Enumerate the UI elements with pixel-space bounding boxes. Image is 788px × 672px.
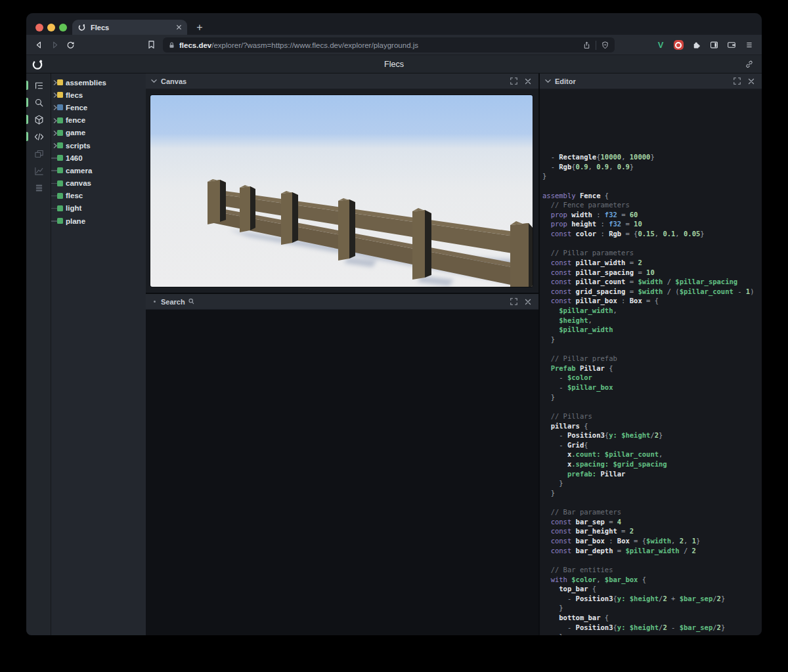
canvas-3d-scene[interactable]: [150, 95, 533, 287]
tree-item-label: light: [66, 202, 81, 215]
window-zoom-button[interactable]: [59, 24, 67, 32]
left-icon-rail: [26, 74, 51, 635]
tree-item-label: plane: [66, 215, 85, 227]
search-panel-body[interactable]: [146, 310, 538, 635]
entity-color-square: [57, 205, 63, 211]
url-domain: flecs.dev: [179, 41, 211, 49]
entity-color-square: [57, 142, 63, 148]
search-icon: [188, 298, 195, 305]
flecs-favicon: [77, 23, 86, 32]
entity-color-square: [57, 180, 63, 186]
menu-icon[interactable]: [742, 38, 756, 52]
tree-item-label: Fence: [66, 101, 87, 114]
canvas-panel-button[interactable]: [26, 111, 51, 128]
search-panel-header: Search: [146, 294, 538, 310]
sidebar-toggle-icon[interactable]: [707, 38, 721, 52]
windows-panel-button[interactable]: [26, 145, 51, 162]
canvas-close-button[interactable]: [523, 76, 533, 87]
tree-item[interactable]: plane: [51, 215, 146, 227]
tab-title: Flecs: [91, 24, 176, 32]
editor-code[interactable]: - Rectangle{10000, 10000} - Rgb{0.9, 0.9…: [542, 152, 762, 635]
bookmark-icon[interactable]: [143, 37, 159, 52]
panel-dot-icon: [154, 301, 156, 303]
rows-stack-button[interactable]: [26, 179, 51, 196]
entity-color-square: [57, 155, 63, 161]
canvas-fullscreen-button[interactable]: [508, 76, 519, 87]
tree-item[interactable]: assemblies: [51, 76, 146, 89]
editor-panel-header: Editor: [540, 74, 762, 89]
chevron-down-icon[interactable]: [151, 79, 157, 83]
search-panel-button[interactable]: [26, 94, 51, 111]
canvas-viewport[interactable]: [146, 89, 538, 293]
tree-item-label: flecs: [66, 89, 83, 101]
browser-tab[interactable]: Flecs: [72, 20, 187, 35]
tree-item[interactable]: camera: [51, 164, 146, 177]
tree-item[interactable]: fence: [51, 114, 146, 127]
tree-item[interactable]: scripts: [51, 139, 146, 152]
editor-fullscreen-button[interactable]: [732, 76, 742, 87]
tree-item-label: canvas: [66, 177, 91, 190]
tree-item-label: assemblies: [66, 76, 106, 89]
tree-item-label: flesc: [66, 190, 83, 202]
entity-color-square: [57, 92, 63, 98]
tree-item[interactable]: light: [51, 202, 146, 215]
browser-window: Flecs + flecs.dev: [26, 13, 762, 635]
page-title: Flecs: [26, 55, 762, 74]
outliner-panel-button[interactable]: [26, 77, 51, 94]
tree-item[interactable]: Fence: [51, 101, 146, 114]
tab-strip: Flecs +: [26, 13, 762, 35]
permalink-icon[interactable]: [745, 60, 754, 69]
entity-color-square: [57, 79, 63, 85]
back-button[interactable]: [31, 37, 47, 52]
tree-item[interactable]: flecs: [51, 89, 146, 101]
center-column: Canvas: [146, 74, 538, 635]
search-panel-title: Search: [161, 298, 185, 306]
extensions-cluster: V: [653, 37, 756, 53]
canvas-panel-header: Canvas: [146, 74, 538, 89]
stats-chart-button[interactable]: [26, 162, 51, 179]
entity-color-square: [57, 167, 63, 173]
tree-item[interactable]: flesc: [51, 190, 146, 202]
wallet-icon[interactable]: [724, 38, 739, 52]
entity-tree: assemblies flecs Fence fence: [51, 74, 146, 635]
editor-close-button[interactable]: [746, 76, 756, 87]
search-fullscreen-button[interactable]: [508, 297, 519, 307]
tree-item-label: scripts: [66, 139, 91, 152]
canvas-panel-title: Canvas: [161, 77, 504, 85]
divider: [596, 41, 596, 50]
lock-icon: [168, 41, 175, 49]
extensions-puzzle-icon[interactable]: [689, 38, 703, 52]
vue-extension-icon[interactable]: V: [653, 38, 668, 52]
window-minimize-button[interactable]: [47, 24, 55, 32]
forward-button[interactable]: [47, 37, 62, 52]
url-path: /explorer/?wasm=https://www.flecs.dev/ex…: [211, 41, 582, 49]
tab-close-icon[interactable]: [176, 24, 182, 30]
entity-color-square: [57, 104, 63, 110]
share-icon[interactable]: [582, 41, 591, 50]
entity-color-square: [57, 193, 63, 199]
tree-item-label: camera: [66, 164, 92, 177]
tree-item[interactable]: canvas: [51, 177, 146, 190]
tree-item[interactable]: 1460: [51, 152, 146, 164]
app-header: Flecs: [26, 55, 762, 74]
window-close-button[interactable]: [35, 24, 43, 32]
new-tab-button[interactable]: +: [192, 20, 208, 35]
adblock-extension-icon[interactable]: [671, 38, 686, 52]
brave-shield-icon[interactable]: [601, 41, 609, 50]
entity-color-square: [57, 117, 63, 123]
search-close-button[interactable]: [523, 297, 533, 307]
entity-color-square: [57, 130, 63, 136]
editor-panel: Editor - Rectangle{10000, 10000} - Rgb{0…: [540, 74, 762, 635]
chevron-down-icon[interactable]: [545, 79, 551, 83]
url-bar[interactable]: flecs.dev /explorer/?wasm=https://www.fl…: [163, 37, 615, 52]
browser-toolbar: flecs.dev /explorer/?wasm=https://www.fl…: [26, 35, 762, 55]
entity-color-square: [57, 218, 63, 224]
reload-button[interactable]: [62, 37, 78, 52]
tree-item[interactable]: game: [51, 127, 146, 139]
editor-panel-button[interactable]: [26, 128, 51, 145]
tree-item-label: game: [66, 127, 85, 139]
editor-panel-title: Editor: [555, 77, 728, 85]
tree-item-label: fence: [66, 114, 85, 127]
tree-item-label: 1460: [66, 152, 83, 164]
